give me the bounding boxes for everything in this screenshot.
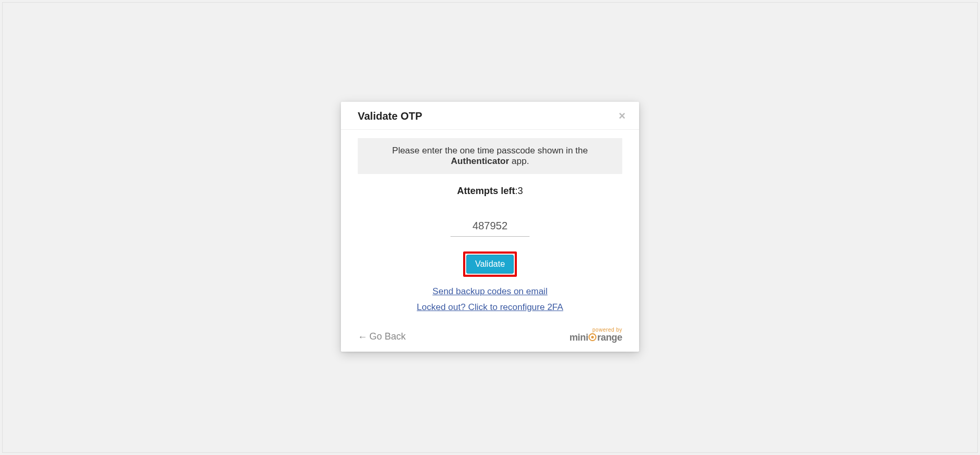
attempts-value: 3 [518,186,523,196]
arrow-left-icon: ← [358,332,367,342]
orange-o-icon [589,333,596,341]
instruction-message: Please enter the one time passcode shown… [358,138,622,174]
send-backup-codes-link[interactable]: Send backup codes on email [433,286,547,296]
otp-input[interactable] [450,218,530,237]
go-back-button[interactable]: ← Go Back [358,331,406,342]
go-back-label: Go Back [369,331,406,342]
validate-highlight-box: Validate [463,251,517,277]
validate-container: Validate [358,251,622,277]
attempts-label: Attempts left [457,186,515,196]
modal-body: Please enter the one time passcode shown… [341,130,639,327]
modal-footer: ← Go Back powered by minirange [341,327,639,352]
page-background: Validate OTP × Please enter the one time… [2,2,978,453]
miniorange-logo: minirange [570,332,622,343]
lockout-row: Locked out? Click to reconfigure 2FA [358,302,622,313]
close-icon: × [619,109,625,122]
attempts-row: Attempts left:3 [358,186,622,197]
otp-modal: Validate OTP × Please enter the one time… [341,102,639,352]
instruction-prefix: Please enter the one time passcode shown… [392,146,587,156]
powered-by-branding: powered by minirange [570,327,622,342]
instruction-app-name: Authenticator [451,156,509,166]
modal-title: Validate OTP [358,110,422,122]
close-button[interactable]: × [614,108,630,124]
instruction-suffix: app. [509,156,529,166]
reconfigure-2fa-link[interactable]: Locked out? Click to reconfigure 2FA [417,302,563,312]
validate-button[interactable]: Validate [466,255,514,274]
backup-codes-row: Send backup codes on email [358,286,622,297]
logo-text-mini: mini [570,332,589,343]
modal-header: Validate OTP × [341,102,639,130]
logo-text-range: range [597,332,622,343]
